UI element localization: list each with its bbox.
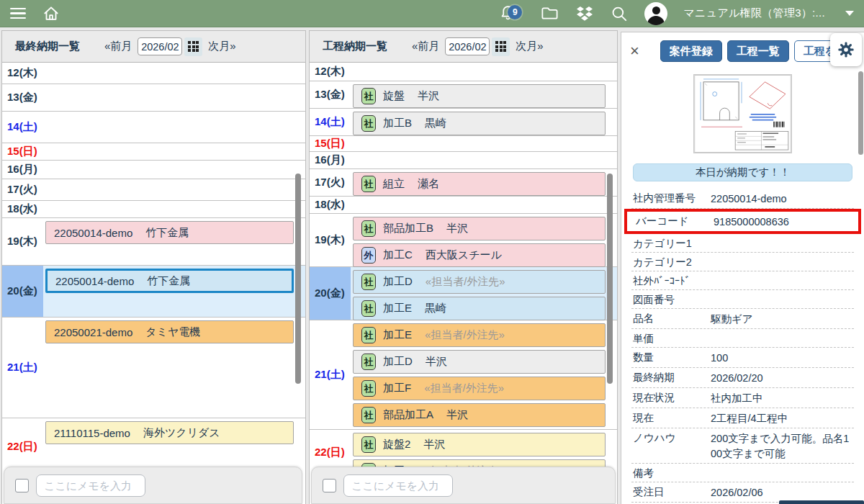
external-badge: 外 [361,247,376,264]
inhouse-badge: 社 [361,220,376,237]
settings-gear-button[interactable] [830,33,862,66]
detail-field-row: 数量100 [631,348,854,368]
schedule-entry[interactable]: 社加工F«担当者/外注先» [353,377,606,400]
schedule-entry[interactable]: 外加工C西大阪スチール [353,243,606,267]
notifications-bell-icon[interactable]: 9 [499,4,517,22]
schedule-entry[interactable]: 社加工E黒崎 [353,297,606,320]
order-code: 22050014-demo [55,275,134,287]
field-label: 単価 [633,332,711,346]
schedule-entry[interactable]: 21110115-demo海外ツクリダス [45,421,294,444]
calendar-row: 12(木) [2,63,305,84]
inhouse-badge: 社 [361,274,376,290]
entry-slot: 社加工D«担当者/外注先»社加工E黒崎 [351,267,617,320]
detail-field-row: 単価 [631,329,854,348]
search-icon[interactable] [610,4,629,23]
entry-slot [43,112,305,143]
month-input[interactable] [138,37,182,55]
next-month-button[interactable]: 次月» [516,40,543,53]
process-name: 加工F [383,382,411,395]
schedule-entry[interactable]: 社加工B黒崎 [353,112,606,135]
chevron-down-icon[interactable] [845,11,854,16]
calendar-row: 16(月) [310,152,617,169]
schedule-entry[interactable]: 社加工D«担当者/外注先» [353,270,606,294]
inhouse-badge: 社 [361,407,376,423]
home-icon[interactable] [42,4,60,23]
field-value: 9185000008636 [714,215,852,230]
process-due-date-header: 工程納期一覧 «前月 次月» [310,31,617,63]
drawing-thumbnail[interactable] [693,74,792,153]
memo-checkbox[interactable] [15,479,29,492]
bottom-cut-element [779,500,864,504]
calendar-row: 20(金)22050014-demo竹下金属 [2,266,305,318]
memo-input[interactable] [343,474,453,497]
assignee-name: 半沢 [446,222,468,235]
assignee-placeholder: «担当者/外注先» [424,382,504,395]
calendar-row: 20(金)社加工D«担当者/外注先»社加工E黒崎 [310,267,617,320]
memo-checkbox[interactable] [323,479,336,492]
close-icon[interactable]: × [630,43,639,59]
process-name: 加工D [383,275,413,289]
assignee-name: 竹下金属 [147,274,190,288]
schedule-entry[interactable]: 22050021-demoタミヤ電機 [45,320,294,343]
entry-slot [43,161,305,179]
calendar-row: 17(火) [2,179,305,201]
assignee-name: 黒崎 [425,117,446,130]
assignee-placeholder: «担当者/外注先» [426,275,505,289]
entry-slot [351,197,617,213]
schedule-entry[interactable]: 社部品加工B半沢 [353,217,606,240]
schedule-entry[interactable]: 社加工D半沢 [353,350,606,374]
scrollbar-thumb[interactable] [607,174,613,384]
schedule-entry[interactable]: 社加工E«担当者/外注先» [353,323,606,347]
date-label: 14(土) [310,109,351,135]
user-avatar[interactable] [644,2,667,25]
field-label: カテゴリー2 [633,256,711,269]
scrollbar-thumb[interactable] [858,71,863,155]
inhouse-badge: 社 [361,380,376,397]
calendar-row: 19(木)社部品加工B半沢外加工C西大阪スチール [310,214,617,267]
folder-icon[interactable] [540,4,559,22]
memo-input[interactable] [36,474,145,497]
calendar-picker-button[interactable] [184,37,202,56]
field-value: 100 [711,351,852,366]
prev-month-button[interactable]: «前月 [104,40,132,53]
next-month-button[interactable]: 次月» [208,40,235,53]
register-project-button[interactable]: 案件登録 [660,40,722,62]
field-label: ノウハウ [633,431,711,445]
calendar-row: 16(月) [2,161,305,179]
process-name: 旋盤 [383,89,405,103]
prev-month-button[interactable]: «前月 [412,40,439,53]
date-label: 16(月) [2,161,43,179]
detail-field-row: 現在状況社内加工中 [631,388,854,408]
schedule-entry[interactable]: 社部品加工A半沢 [353,403,606,427]
entry-slot [351,63,617,81]
process-name: 加工B [383,117,412,130]
month-input[interactable] [445,37,490,55]
dropbox-icon[interactable] [575,5,594,22]
schedule-entry[interactable]: 社旋盤2半沢 [353,433,606,456]
field-label: バーコード [636,215,714,228]
calendar-picker-button[interactable] [492,37,510,56]
field-value: 2026/02/06 [711,485,852,500]
schedule-entry[interactable]: 22050014-demo竹下金属 [45,221,294,244]
process-list-button[interactable]: 工程一覧 [727,40,789,62]
date-label: 13(金) [310,81,351,108]
calendar-row: 12(木) [310,63,617,81]
date-label: 19(木) [310,214,351,266]
assignee-placeholder: «担当者/外注先» [425,328,505,342]
detail-field-row: 社内管理番号22050014-demo [631,189,854,209]
assignee-name: 半沢 [418,89,439,103]
schedule-entry[interactable]: 社旋盤半沢 [353,84,606,108]
schedule-entry[interactable]: 22050014-demo竹下金属 [45,269,294,293]
date-label: 18(水) [2,201,43,217]
scrollbar-thumb[interactable] [295,174,301,384]
inhouse-badge: 社 [361,327,376,343]
calendar-row: 14(土)社加工B黒崎 [310,109,617,136]
detail-field-row: 受注日2026/02/06 [631,482,854,503]
schedule-entry[interactable]: 社組立瀬名 [353,172,606,196]
entry-slot: 社旋盤半沢 [351,81,617,108]
menu-icon[interactable] [10,8,26,19]
calendar-row: 14(土) [2,112,305,143]
calendar-row: 13(金) [2,84,305,112]
field-label: カテゴリー1 [633,237,711,251]
process-due-date-panel: 工程納期一覧 «前月 次月» 12(木)13(金)社旋盤半沢14(土)社加工B黒… [309,30,618,504]
